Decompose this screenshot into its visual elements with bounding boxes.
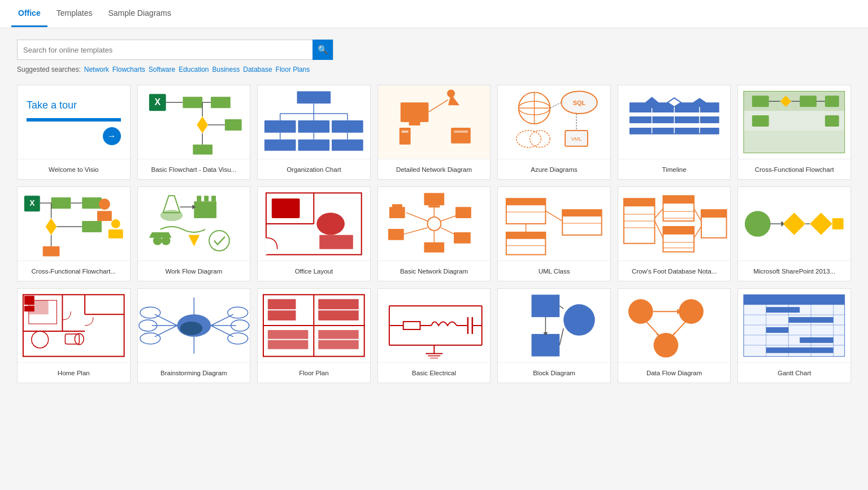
svg-point-218: [563, 304, 595, 336]
svg-rect-197: [318, 310, 358, 320]
template-sharepoint-label: Microsoft SharePoint 2013...: [738, 261, 850, 281]
template-basic-network[interactable]: Basic Network Diagram: [377, 187, 491, 281]
template-workflow[interactable]: Work Flow Diagram: [137, 187, 251, 281]
svg-rect-83: [43, 246, 60, 257]
template-gantt-image: [738, 289, 850, 362]
svg-point-105: [316, 213, 345, 235]
suggested-education[interactable]: Education: [179, 66, 209, 73]
svg-line-35: [428, 99, 448, 112]
svg-rect-18: [264, 120, 296, 133]
svg-rect-118: [392, 204, 402, 208]
template-home-plan[interactable]: Home Plan: [17, 288, 131, 383]
svg-point-226: [653, 333, 678, 358]
template-org-chart-label: Organization Chart: [258, 159, 370, 179]
svg-rect-172: [24, 296, 34, 305]
svg-line-47: [550, 102, 562, 108]
tour-text: Take a tour: [27, 99, 77, 111]
template-welcome[interactable]: Take a tour → Welcome to Visio: [17, 85, 131, 180]
template-office-layout[interactable]: Office Layout: [257, 187, 371, 281]
template-floor-plan-label: Floor Plan: [258, 362, 370, 383]
template-org-chart-image: [258, 85, 370, 159]
template-crowsfoot[interactable]: Crow's Foot Database Nota...: [618, 187, 731, 281]
svg-rect-246: [800, 337, 834, 343]
template-block[interactable]: Block Diagram: [497, 288, 611, 383]
svg-rect-87: [108, 229, 123, 239]
template-crowsfoot-image: [618, 187, 731, 261]
svg-rect-120: [424, 242, 444, 253]
template-office-layout-label: Office Layout: [258, 261, 370, 281]
svg-line-111: [400, 228, 427, 235]
svg-line-151: [694, 209, 701, 221]
svg-point-46: [530, 131, 550, 148]
svg-rect-24: [264, 140, 296, 151]
template-basic-flowchart[interactable]: X Basic Flowchart - Data Visu...: [137, 85, 251, 180]
template-timeline[interactable]: Timeline: [618, 85, 731, 180]
suggested-searches: Suggested searches: Network Flowcharts S…: [17, 66, 851, 73]
svg-marker-157: [783, 213, 806, 235]
svg-rect-32: [401, 131, 408, 133]
svg-point-108: [427, 217, 441, 231]
svg-line-223: [559, 328, 563, 345]
template-basic-flowchart-label: Basic Flowchart - Data Visu...: [138, 159, 250, 179]
search-button[interactable]: 🔍: [313, 40, 333, 60]
svg-text:SQL: SQL: [573, 99, 586, 106]
template-electrical[interactable]: Basic Electrical: [377, 288, 491, 383]
template-azure[interactable]: SQL VML Azure Diagrams: [497, 85, 611, 180]
template-block-image: [498, 289, 610, 362]
svg-point-45: [517, 131, 541, 148]
template-basic-network-label: Basic Network Diagram: [378, 261, 491, 281]
template-cross-functional-orange[interactable]: X: [17, 187, 131, 281]
svg-line-229: [646, 322, 658, 335]
suggested-label: Suggested searches:: [17, 66, 81, 73]
template-dataflow[interactable]: Data Flow Diagram: [618, 288, 731, 383]
svg-rect-65: [800, 96, 817, 107]
tab-sample-diagrams[interactable]: Sample Diagrams: [102, 1, 178, 27]
svg-point-225: [679, 299, 704, 324]
suggested-business[interactable]: Business: [212, 66, 240, 73]
suggested-floorplans[interactable]: Floor Plans: [276, 66, 310, 73]
svg-rect-159: [832, 218, 844, 229]
template-org-chart[interactable]: Organization Chart: [257, 85, 371, 180]
svg-rect-122: [455, 207, 471, 218]
svg-rect-28: [409, 122, 420, 125]
svg-rect-203: [403, 322, 420, 329]
svg-rect-5: [211, 97, 231, 108]
svg-rect-26: [332, 140, 363, 151]
svg-line-110: [406, 213, 427, 221]
svg-point-188: [227, 333, 248, 344]
tab-templates[interactable]: Templates: [50, 1, 99, 27]
template-cross-functional-green-label: Cross-Functional Flowchart: [738, 159, 850, 179]
svg-rect-70: [752, 115, 769, 127]
template-uml[interactable]: UML Class: [497, 187, 611, 281]
suggested-flowcharts[interactable]: Flowcharts: [112, 66, 145, 73]
template-cross-functional-green[interactable]: Cross-Functional Flowchart: [737, 85, 851, 180]
template-brainstorming[interactable]: Brainstorming Diagram: [137, 288, 251, 383]
template-sharepoint[interactable]: Microsoft SharePoint 2013...: [737, 187, 851, 281]
svg-rect-194: [268, 299, 296, 309]
template-floor-plan[interactable]: Floor Plan: [257, 288, 371, 383]
template-azure-label: Azure Diagrams: [498, 159, 610, 179]
svg-rect-106: [319, 235, 353, 249]
svg-rect-71: [825, 115, 839, 127]
svg-rect-217: [532, 294, 560, 317]
svg-rect-27: [400, 102, 428, 122]
suggested-database[interactable]: Database: [243, 66, 272, 73]
template-detailed-network-image: [378, 85, 491, 159]
svg-rect-3: [183, 97, 202, 108]
svg-point-30: [447, 89, 455, 97]
svg-rect-19: [298, 120, 330, 133]
template-gantt[interactable]: Gantt Chart: [737, 288, 851, 383]
svg-rect-25: [298, 140, 330, 151]
tab-office[interactable]: Office: [11, 1, 47, 27]
templates-grid: Take a tour → Welcome to Visio X: [17, 85, 851, 383]
svg-rect-127: [506, 232, 545, 239]
svg-point-190: [180, 322, 202, 335]
suggested-software[interactable]: Software: [149, 66, 175, 73]
suggested-network[interactable]: Network: [84, 66, 109, 73]
svg-rect-140: [663, 196, 694, 203]
search-input[interactable]: [18, 46, 313, 54]
svg-rect-148: [701, 210, 727, 218]
svg-rect-196: [318, 299, 358, 309]
template-detailed-network[interactable]: Detailed Network Diagram: [377, 85, 491, 180]
svg-rect-234: [744, 294, 845, 305]
